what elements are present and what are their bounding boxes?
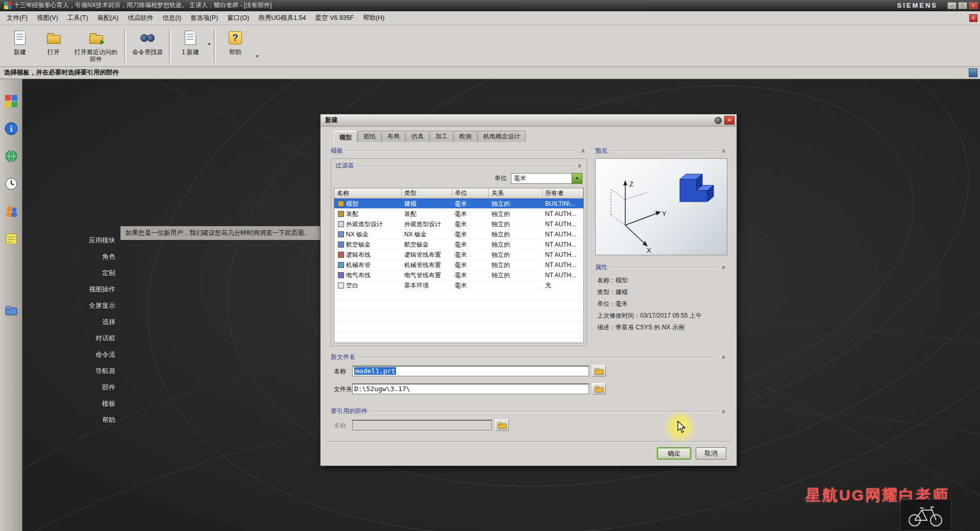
collapse-chevron-icon[interactable] — [720, 354, 727, 360]
cancel-button[interactable]: 取消 — [696, 447, 726, 460]
sidebar-item[interactable]: 视图操作 — [49, 281, 115, 298]
sidebar-item[interactable]: 选择 — [49, 314, 115, 330]
template-row[interactable]: 逻辑布线逻辑管线布置毫米独立的NT AUTH... — [334, 250, 583, 260]
new-document-icon — [182, 30, 199, 46]
table-cell: 毫米 — [452, 219, 489, 229]
sidebar-item[interactable]: 模板 — [49, 396, 115, 412]
collapse-chevron-icon[interactable] — [720, 148, 727, 154]
new-button[interactable]: 新建 — [3, 28, 37, 64]
sidebar-item[interactable]: 应用模块 — [49, 232, 115, 249]
menu-item[interactable]: 信息(I) — [158, 11, 186, 25]
template-icon — [338, 231, 344, 237]
clock-icon[interactable] — [5, 177, 18, 190]
prompt-icon[interactable] — [969, 68, 977, 77]
menu-item[interactable]: 首选项(P) — [186, 11, 223, 25]
dropdown-arrow-icon[interactable] — [572, 173, 582, 184]
command-finder-button[interactable]: 命令查找器 — [129, 28, 166, 64]
column-header[interactable]: 单位 — [452, 188, 489, 199]
menu-item[interactable]: 星空 V6.935F — [310, 11, 358, 25]
dialog-tab[interactable]: 模型 — [334, 131, 357, 142]
sidebar-item[interactable]: 导航器 — [49, 363, 115, 379]
sidebar-item[interactable]: 命令流 — [49, 347, 115, 363]
sidebar-item[interactable]: 帮助 — [49, 412, 115, 428]
section-divider — [610, 267, 717, 268]
collapse-chevron-icon[interactable] — [576, 162, 583, 169]
open-button[interactable]: 打开 — [37, 28, 70, 64]
siemens-logo: SIEMENS — [897, 2, 938, 9]
maximize-button[interactable]: □ — [958, 2, 967, 9]
template-row[interactable]: 电气布线电气管线布置毫米独立的NT AUTH... — [334, 270, 583, 280]
menu-item[interactable]: 文件(F) — [2, 11, 32, 25]
close-button[interactable]: × — [969, 2, 978, 9]
users-icon[interactable] — [5, 205, 18, 218]
browse-file-button[interactable] — [592, 365, 606, 377]
template-row[interactable]: 航空钣金航空钣金毫米独立的NT AUTH... — [334, 239, 583, 250]
notes-icon[interactable] — [5, 232, 18, 246]
file-name-input[interactable]: model1.prt — [352, 366, 589, 376]
collapse-chevron-icon[interactable] — [720, 264, 727, 271]
template-row[interactable]: 装配装配毫米独立的NT AUTH... — [334, 209, 583, 219]
ok-button[interactable]: 确定 — [657, 447, 691, 460]
menu-item[interactable]: 视图(V) — [32, 11, 63, 25]
column-header[interactable]: 类型 — [402, 188, 452, 199]
table-cell: 外观造型设计 — [402, 219, 452, 229]
template-row[interactable]: 机械布管机械管线布置毫米独立的NT AUTH... — [334, 260, 583, 270]
sidebar-item[interactable]: 全屏显示 — [49, 298, 115, 314]
open-recent-button[interactable]: 打开最近访问的部件 — [70, 28, 121, 64]
dialog-title-bar[interactable]: 新建 × — [321, 114, 737, 127]
dropdown-arrow-icon[interactable] — [207, 28, 211, 46]
template-row[interactable]: NX 钣金NX 钣金毫米独立的NT AUTH... — [334, 229, 583, 239]
column-header[interactable]: 名称 — [334, 188, 402, 199]
globe-icon[interactable] — [5, 150, 18, 163]
menu-item[interactable]: 优品软件 — [123, 11, 158, 25]
minimize-button[interactable]: – — [947, 2, 957, 9]
browse-folder-button[interactable] — [592, 383, 606, 395]
menu-item[interactable]: 燕秀UG模具1.54 — [254, 11, 310, 25]
column-header[interactable]: 所有者 — [543, 188, 583, 199]
sidebar-item[interactable]: 部件 — [49, 379, 115, 396]
template-row[interactable]: 空白基本环境毫米无 — [334, 280, 583, 291]
dialog-tab[interactable]: 机电概念设计 — [478, 131, 526, 142]
template-name-cell: 模型 — [334, 199, 402, 208]
folder-icon — [595, 385, 604, 393]
folder-path-input[interactable]: D:\52ugw\3.17\ — [352, 383, 589, 394]
empty-row — [334, 321, 583, 331]
dialog-tab[interactable]: 仿真 — [406, 131, 429, 142]
dialog-tab[interactable]: 布局 — [382, 131, 405, 142]
recent-new-button[interactable]: 1 新建 — [174, 28, 207, 64]
title-bar[interactable]: 十三年经验挚心育人，引领NX技术前沿，用刀路编程梦想轨迹。 主讲人：耀白老师 -… — [0, 0, 980, 11]
folder-navigator-icon[interactable] — [5, 304, 18, 317]
model-preview-image: Z Y X — [596, 159, 727, 255]
menu-item[interactable]: 装配(A) — [93, 11, 124, 25]
dialog-title: 新建 — [323, 116, 715, 125]
collapse-chevron-icon[interactable] — [579, 148, 587, 154]
template-row[interactable]: 外观造型设计外观造型设计毫米独立的NT AUTH... — [334, 219, 583, 229]
menu-item[interactable]: 窗口(O) — [223, 11, 254, 25]
property-line: 上次修改时间：03/17/2017 05:55 上午 — [597, 310, 727, 322]
column-header[interactable]: 关系 — [489, 188, 543, 199]
child-close-icon[interactable]: × — [969, 14, 977, 22]
application-modules-icon[interactable] — [5, 94, 18, 108]
units-dropdown[interactable]: 毫米 — [511, 173, 582, 184]
collapse-chevron-icon[interactable] — [720, 408, 727, 415]
folder-icon — [498, 422, 507, 429]
template-row[interactable]: 模型建模毫米独立的BUILTIN\... — [334, 199, 583, 209]
table-cell: 独立的 — [489, 270, 543, 280]
dialog-close-icon[interactable]: × — [724, 116, 734, 125]
help-button[interactable]: ? 帮助 — [218, 28, 252, 64]
toolbar-overflow-icon[interactable] — [255, 28, 259, 59]
template-icon — [338, 221, 344, 227]
table-cell: 独立的 — [489, 229, 543, 239]
dialog-options-icon[interactable] — [715, 117, 722, 124]
info-icon[interactable]: i — [5, 122, 18, 135]
sidebar-item[interactable]: 角色 — [49, 249, 115, 265]
dialog-tab[interactable]: 检测 — [454, 131, 477, 142]
menu-item[interactable]: 帮助(H) — [358, 11, 389, 25]
sidebar-item[interactable]: 定制 — [49, 265, 115, 281]
browse-reference-button[interactable] — [495, 419, 509, 431]
dialog-tab[interactable]: 加工 — [430, 131, 453, 142]
menu-item[interactable]: 工具(T) — [63, 11, 93, 25]
dialog-tab[interactable]: 图纸 — [358, 131, 381, 142]
sidebar-item[interactable]: 对话框 — [49, 330, 115, 347]
help-icon: ? — [227, 30, 243, 46]
